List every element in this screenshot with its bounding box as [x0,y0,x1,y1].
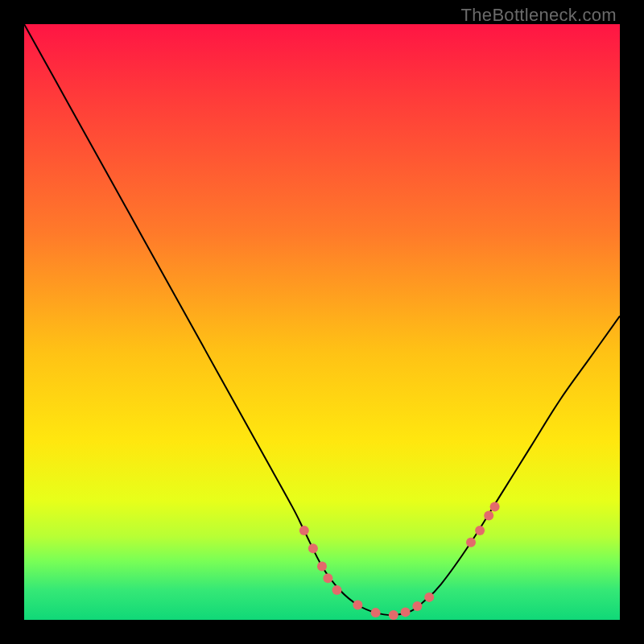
chart-stage: TheBottleneck.com [0,0,644,644]
marker-point [389,610,398,620]
watermark-text: TheBottleneck.com [461,5,617,26]
marker-point [484,511,493,521]
marker-point [475,526,485,535]
marker-point [353,601,362,610]
marker-point [299,526,309,535]
highlight-points [299,502,500,620]
marker-point [412,601,422,611]
marker-point [424,592,434,602]
marker-point [317,561,327,571]
markers-layer [24,24,620,620]
marker-point [466,538,476,547]
marker-point [490,502,500,511]
marker-point [308,543,318,553]
marker-point [401,607,411,617]
plot-area [24,24,620,620]
marker-point [371,608,381,617]
marker-point [323,573,332,583]
marker-point [332,585,342,595]
